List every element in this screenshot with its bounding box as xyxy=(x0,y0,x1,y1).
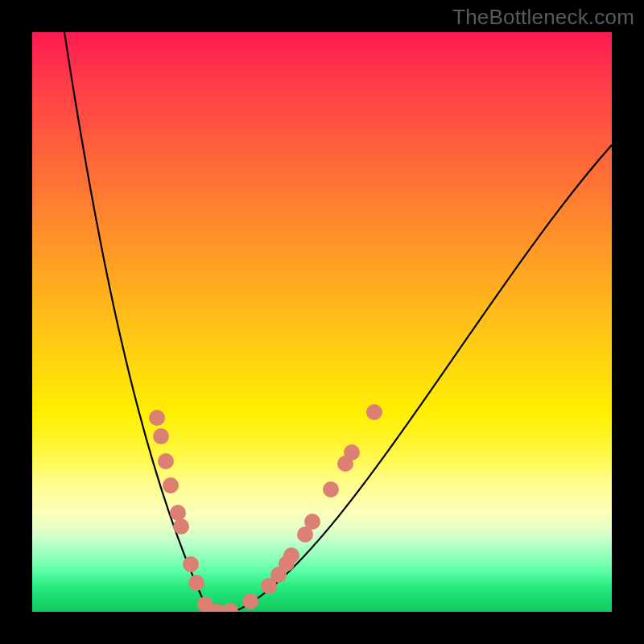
curve-marker xyxy=(222,603,238,612)
curve-marker xyxy=(163,477,179,493)
outer-frame: TheBottleneck.com xyxy=(0,0,644,644)
curve-marker xyxy=(153,428,169,444)
curve-marker xyxy=(242,593,258,609)
curve-marker xyxy=(149,410,165,426)
curve-marker xyxy=(323,481,339,497)
curve-marker xyxy=(366,404,382,420)
curve-marker xyxy=(158,453,174,469)
marker-group xyxy=(149,404,382,612)
curve-marker xyxy=(304,514,320,530)
curve-marker xyxy=(170,505,186,521)
curve-marker xyxy=(173,518,189,535)
curve-marker xyxy=(283,547,299,564)
curve-marker xyxy=(183,556,199,572)
plot-area xyxy=(32,32,612,612)
watermark-text: TheBottleneck.com xyxy=(452,5,634,30)
bottleneck-curve xyxy=(64,32,612,612)
chart-svg xyxy=(32,32,612,612)
curve-marker xyxy=(344,444,360,460)
curve-marker xyxy=(188,575,204,591)
